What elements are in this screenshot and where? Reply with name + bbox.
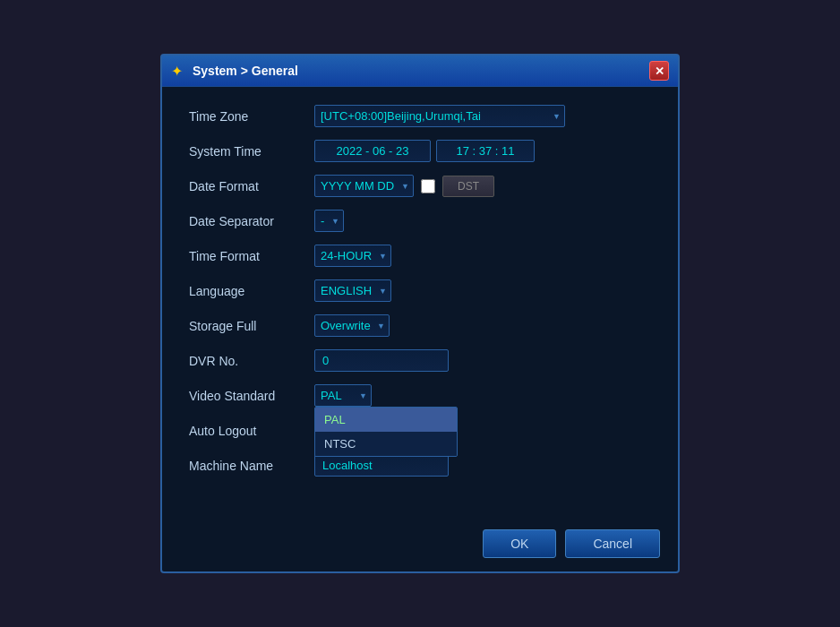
language-select[interactable]: ENGLISH bbox=[314, 279, 391, 302]
time-zone-row: Time Zone [UTC+08:00]Beijing,Urumqi,Tai bbox=[189, 105, 651, 127]
close-button[interactable]: ✕ bbox=[649, 61, 669, 81]
date-format-row: Date Format YYYY MM DD DST bbox=[189, 175, 651, 197]
app-icon: ✦ bbox=[171, 63, 187, 79]
content-area: Time Zone [UTC+08:00]Beijing,Urumqi,Tai … bbox=[162, 87, 678, 507]
dst-checkbox[interactable] bbox=[421, 179, 435, 193]
date-format-select-wrapper: YYYY MM DD bbox=[314, 175, 414, 197]
dvr-no-label: DVR No. bbox=[189, 354, 314, 368]
date-input[interactable] bbox=[314, 140, 431, 162]
dialog: ✦ System > General ✕ Time Zone [UTC+08:0… bbox=[160, 54, 680, 573]
date-separator-select[interactable]: - bbox=[314, 210, 344, 232]
datetime-group bbox=[314, 140, 535, 162]
cancel-button[interactable]: Cancel bbox=[565, 529, 660, 558]
language-label: Language bbox=[189, 284, 314, 298]
video-standard-select-wrapper: PAL NTSC bbox=[314, 384, 372, 407]
video-standard-dropdown-container: PAL NTSC PAL NTSC bbox=[314, 384, 372, 407]
storage-full-label: Storage Full bbox=[189, 319, 314, 333]
storage-full-select[interactable]: Overwrite bbox=[314, 314, 390, 337]
time-zone-select-wrapper: [UTC+08:00]Beijing,Urumqi,Tai bbox=[314, 105, 565, 127]
dvr-no-row: DVR No. bbox=[189, 349, 651, 372]
time-format-label: Time Format bbox=[189, 249, 314, 263]
machine-name-label: Machine Name bbox=[189, 459, 314, 473]
machine-name-row: Machine Name bbox=[189, 454, 651, 477]
dst-button[interactable]: DST bbox=[442, 176, 494, 197]
video-standard-dropdown-menu: PAL NTSC bbox=[314, 407, 458, 457]
dvr-no-input[interactable] bbox=[314, 349, 449, 372]
dialog-title: System > General bbox=[193, 64, 298, 78]
storage-full-select-wrapper: Overwrite bbox=[314, 314, 390, 337]
date-separator-select-wrapper: - bbox=[314, 210, 344, 232]
auto-logout-label: Auto Logout bbox=[189, 424, 314, 438]
time-format-row: Time Format 24-HOUR bbox=[189, 245, 651, 267]
date-format-select[interactable]: YYYY MM DD bbox=[314, 175, 414, 197]
language-row: Language ENGLISH bbox=[189, 279, 651, 302]
bottom-bar: OK Cancel bbox=[162, 516, 678, 571]
video-standard-select[interactable]: PAL NTSC bbox=[314, 384, 372, 407]
date-format-group: YYYY MM DD DST bbox=[314, 175, 494, 197]
time-zone-label: Time Zone bbox=[189, 109, 314, 124]
system-time-label: System Time bbox=[189, 144, 314, 159]
system-time-row: System Time bbox=[189, 140, 651, 162]
ok-button[interactable]: OK bbox=[483, 529, 556, 558]
video-standard-label: Video Standard bbox=[189, 389, 314, 403]
date-separator-row: Date Separator - bbox=[189, 210, 651, 232]
dropdown-item-ntsc[interactable]: NTSC bbox=[315, 432, 457, 456]
storage-full-row: Storage Full Overwrite bbox=[189, 314, 651, 337]
time-format-select-wrapper: 24-HOUR bbox=[314, 245, 391, 267]
time-zone-select[interactable]: [UTC+08:00]Beijing,Urumqi,Tai bbox=[314, 105, 565, 127]
time-input[interactable] bbox=[436, 140, 535, 162]
title-bar-left: ✦ System > General bbox=[171, 63, 298, 79]
dropdown-item-pal[interactable]: PAL bbox=[315, 408, 457, 432]
video-standard-row: Video Standard PAL NTSC PAL NTSC bbox=[189, 384, 651, 407]
date-separator-label: Date Separator bbox=[189, 214, 314, 228]
date-format-label: Date Format bbox=[189, 179, 314, 193]
time-format-select[interactable]: 24-HOUR bbox=[314, 245, 391, 267]
language-select-wrapper: ENGLISH bbox=[314, 279, 391, 302]
title-bar: ✦ System > General ✕ bbox=[162, 56, 678, 87]
machine-name-input[interactable] bbox=[314, 454, 449, 477]
